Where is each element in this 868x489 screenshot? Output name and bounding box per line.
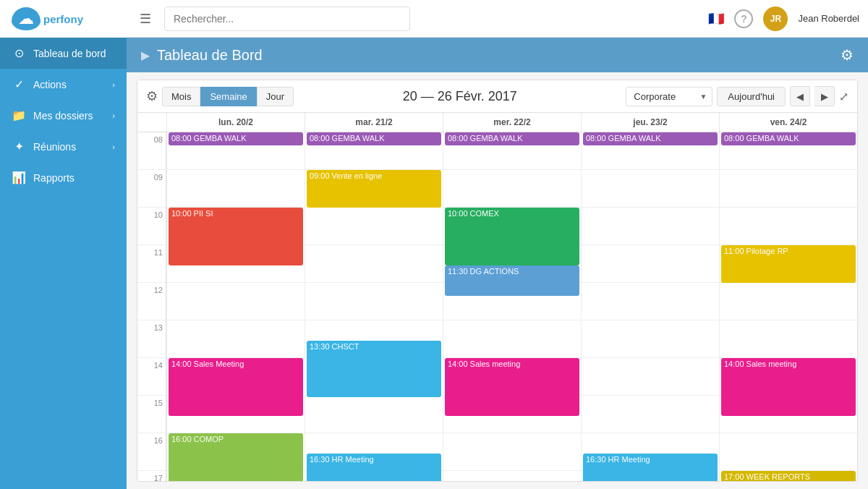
cal-event[interactable]: 16:30 HR Meeting xyxy=(583,454,718,481)
sidebar-label-actions: Actions xyxy=(33,79,67,90)
page-title: Tableau de Bord xyxy=(157,47,263,64)
time-cell-12-day-3 xyxy=(581,283,719,320)
time-cell-13-day-2 xyxy=(443,320,581,358)
view-btn-mois[interactable]: Mois xyxy=(162,87,200,106)
cal-settings-button[interactable]: ⚙ xyxy=(146,88,158,104)
time-row-09: 0909:00 Vente en ligne xyxy=(137,170,857,208)
time-cell-11-day-1 xyxy=(305,245,443,283)
cal-day-header-1: mar. 21/2 xyxy=(305,113,443,132)
time-cell-13-day-4 xyxy=(719,320,857,358)
language-flag[interactable]: 🇫🇷 xyxy=(708,11,724,27)
time-cell-11-day-3 xyxy=(581,245,719,283)
filter-select-wrap: CorporatePersonnelToutes xyxy=(626,87,712,106)
time-cell-08-day-4: 08:00 GEMBA WALK xyxy=(719,132,857,170)
next-button[interactable]: ▶ xyxy=(814,86,835,106)
sidebar-icon-mes-dossiers: 📁 xyxy=(12,109,26,122)
time-label-15: 15 xyxy=(137,396,166,433)
cal-event[interactable]: 14:00 Sales Meeting xyxy=(169,358,303,416)
cal-event[interactable]: 16:30 HR Meeting xyxy=(307,454,441,481)
cal-event[interactable]: 08:00 GEMBA WALK xyxy=(307,132,441,145)
time-cell-08-day-3: 08:00 GEMBA WALK xyxy=(581,132,719,170)
time-cell-14-day-2: 14:00 Sales meeting xyxy=(443,358,581,396)
time-cell-10-day-1 xyxy=(305,208,443,245)
help-button[interactable]: ? xyxy=(734,9,753,28)
time-cell-08-day-0: 08:00 GEMBA WALK xyxy=(166,132,305,170)
logo-icon: ☁ xyxy=(12,7,41,30)
sidebar-icon-tableau-de-bord: ⊙ xyxy=(12,46,26,60)
time-cell-08-day-2: 08:00 GEMBA WALK xyxy=(443,132,581,170)
time-cell-17-day-2 xyxy=(443,471,581,481)
cal-event[interactable]: 14:00 Sales meeting xyxy=(721,358,856,416)
sidebar-label-rapports: Rapports xyxy=(33,172,75,184)
time-cell-12-day-4 xyxy=(719,283,857,320)
view-btn-semaine[interactable]: Semaine xyxy=(200,87,256,106)
cal-event[interactable]: 08:00 GEMBA WALK xyxy=(445,132,579,145)
cal-event[interactable]: 08:00 GEMBA WALK xyxy=(583,132,718,145)
time-cell-17-day-4: 17:00 WEEK REPORTS xyxy=(719,471,857,481)
cal-event[interactable]: 10:00 COMEX xyxy=(445,208,579,265)
time-cell-09-day-1: 09:00 Vente en ligne xyxy=(305,170,443,208)
time-label-09: 09 xyxy=(137,170,166,208)
time-cell-10-day-4 xyxy=(719,208,857,245)
time-cell-12-day-0 xyxy=(166,283,305,320)
sidebar-label-reunions: Réunions xyxy=(33,141,76,153)
time-cell-13-day-1: 13:30 CHSCT xyxy=(305,320,443,358)
cal-day-header-0: lun. 20/2 xyxy=(166,113,305,132)
cal-event[interactable]: 11:30 DG ACTIONS xyxy=(445,265,579,296)
prev-button[interactable]: ◀ xyxy=(790,86,810,106)
time-row-08: 0808:00 GEMBA WALK08:00 GEMBA WALK08:00 … xyxy=(137,132,857,170)
top-header: ☰ 🇫🇷 ? JR Jean Roberdel xyxy=(127,0,868,38)
page-settings-icon[interactable]: ⚙ xyxy=(841,46,854,64)
cal-event[interactable]: 17:00 WEEK REPORTS xyxy=(721,471,856,481)
time-cell-14-day-0: 14:00 Sales Meeting xyxy=(166,358,305,396)
sidebar-item-reunions[interactable]: ✦ Réunions › xyxy=(0,131,127,162)
search-input[interactable] xyxy=(164,7,410,31)
time-label-14: 14 xyxy=(137,358,166,396)
time-cell-16-day-4 xyxy=(719,433,857,471)
time-header-empty xyxy=(137,113,166,132)
time-cell-13-day-0 xyxy=(166,320,305,358)
sidebar-icon-rapports: 📊 xyxy=(12,171,26,184)
time-cell-16-day-0: 16:00 COMOP xyxy=(166,433,305,471)
time-label-08: 08 xyxy=(137,132,166,170)
time-cell-11-day-4: 11:00 Pilotage RP xyxy=(719,245,857,283)
sidebar-item-actions[interactable]: ✓ Actions › xyxy=(0,69,127,100)
view-btn-jour[interactable]: Jour xyxy=(257,87,294,106)
sidebar-label-tableau-de-bord: Tableau de bord xyxy=(33,48,106,59)
time-label-10: 10 xyxy=(137,208,166,245)
page-header: ▶ Tableau de Bord ⚙ xyxy=(127,38,868,72)
today-button[interactable]: Aujourd'hui xyxy=(717,87,786,106)
time-cell-14-day-3 xyxy=(581,358,719,396)
cal-event[interactable]: 11:00 Pilotage RP xyxy=(721,245,856,283)
time-cell-14-day-4: 14:00 Sales meeting xyxy=(719,358,857,396)
avatar[interactable]: JR xyxy=(763,7,788,31)
sidebar-item-mes-dossiers[interactable]: 📁 Mes dossiers › xyxy=(0,100,127,131)
time-cell-16-day-1: 16:30 HR Meeting xyxy=(305,433,443,471)
breadcrumb-arrow: ▶ xyxy=(141,48,150,62)
time-cell-10-day-0: 10:00 PII SI xyxy=(166,208,305,245)
cal-day-header-2: mer. 22/2 xyxy=(443,113,581,132)
cal-event[interactable]: 09:00 Vente en ligne xyxy=(307,170,441,208)
sidebar-item-rapports[interactable]: 📊 Rapports xyxy=(0,162,127,193)
cal-event[interactable]: 13:30 CHSCT xyxy=(307,341,441,397)
sidebar-arrow-actions: › xyxy=(112,80,115,89)
cal-event[interactable]: 08:00 GEMBA WALK xyxy=(721,132,856,145)
expand-button[interactable]: ⤢ xyxy=(839,90,848,103)
cal-event[interactable]: 10:00 PII SI xyxy=(169,208,303,265)
time-label-17: 17 xyxy=(137,471,166,481)
time-cell-09-day-2 xyxy=(443,170,581,208)
cal-day-header-3: jeu. 23/2 xyxy=(581,113,719,132)
filter-select[interactable]: CorporatePersonnelToutes xyxy=(626,87,712,106)
sidebar-item-tableau-de-bord[interactable]: ⊙ Tableau de bord xyxy=(0,38,127,69)
time-label-11: 11 xyxy=(137,245,166,283)
logo-area: ☁ perfony xyxy=(0,0,127,38)
cal-event[interactable]: 16:00 COMOP xyxy=(169,433,303,481)
main-area: ☰ 🇫🇷 ? JR Jean Roberdel ▶ Tableau de Bor… xyxy=(127,0,868,489)
time-cell-09-day-3 xyxy=(581,170,719,208)
page-title-area: ▶ Tableau de Bord xyxy=(141,47,263,64)
time-label-16: 16 xyxy=(137,433,166,471)
cal-event[interactable]: 08:00 GEMBA WALK xyxy=(169,132,303,145)
cal-event[interactable]: 14:00 Sales meeting xyxy=(445,358,579,416)
hamburger-button[interactable]: ☰ xyxy=(135,8,156,30)
calendar-toolbar: ⚙ MoisSemaineJour 20 — 26 Févr. 2017 Cor… xyxy=(137,80,857,113)
